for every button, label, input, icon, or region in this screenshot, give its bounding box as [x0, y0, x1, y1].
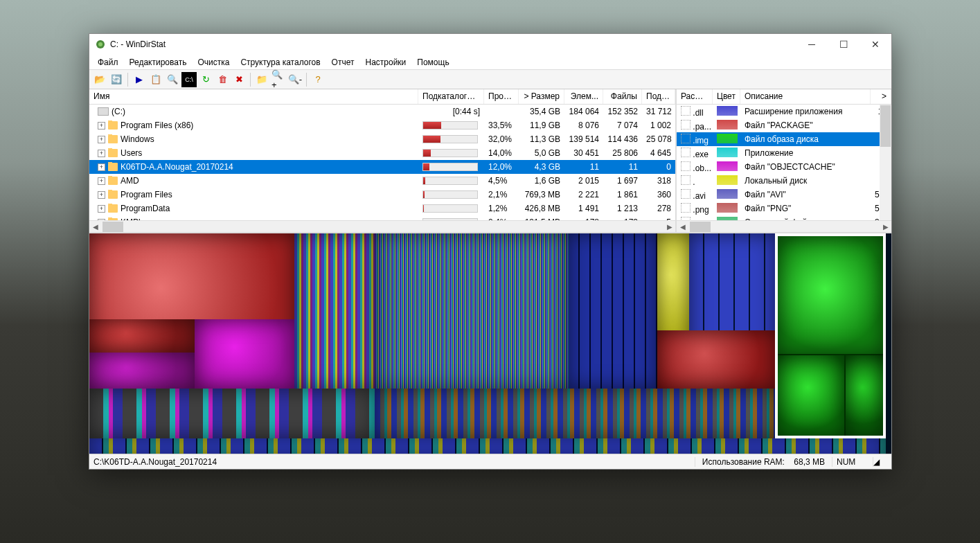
tree-row[interactable]: +ProgramData1,2%426,8 MB1 4911 213278 [89, 202, 675, 215]
refresh-icon[interactable]: ↻ [198, 72, 213, 87]
treemap-visualization[interactable] [89, 232, 891, 454]
zoom-out-icon[interactable]: 🔍- [287, 72, 303, 87]
tree-row[interactable]: +Users14,0%5,0 GB30 45125 8064 645 [89, 146, 675, 160]
tree-body[interactable]: (C:)[0:44 s]35,4 GB184 064152 35231 712+… [89, 105, 675, 220]
col-items[interactable]: Элем... [564, 89, 603, 104]
copy-icon[interactable]: 📋 [148, 72, 163, 87]
ext-cell: .exe [677, 148, 713, 159]
col-files[interactable]: Файлы [603, 89, 642, 104]
col-value[interactable]: > [871, 89, 891, 104]
zoom-in-icon[interactable]: 🔍+ [271, 72, 286, 87]
items-cell: 1 491 [564, 204, 603, 213]
row-label: Program Files [121, 190, 172, 199]
open-icon[interactable]: 📂 [92, 72, 107, 87]
color-swatch [717, 175, 738, 185]
horizontal-scrollbar[interactable]: ◀ ▶ [677, 220, 891, 232]
expander-icon[interactable]: + [98, 163, 105, 171]
expander-icon[interactable]: + [98, 150, 105, 157]
items-cell: 184 064 [564, 107, 603, 116]
file-icon [681, 203, 691, 213]
col-subdir[interactable]: Подкаталоги, % [418, 89, 484, 104]
extension-row[interactable]: .exeПриложение1 [677, 146, 891, 160]
help-icon[interactable]: ? [310, 72, 326, 87]
close-button[interactable]: ✕ [859, 34, 891, 55]
menu-options[interactable]: Настройки [359, 56, 411, 69]
console-icon[interactable]: C:\ [181, 72, 197, 87]
expander-icon[interactable]: + [98, 122, 105, 130]
col-pct[interactable]: Проц... [484, 89, 519, 104]
extension-row[interactable]: .aviФайл "AVI"515, [677, 188, 891, 202]
tree-row[interactable]: +KMPlayer0,4%131,5 MB1781735 [89, 215, 675, 220]
scroll-left-icon[interactable]: ◀ [677, 221, 688, 233]
tree-row[interactable]: +Program Files (x86)33,5%11,9 GB8 0767 0… [89, 118, 675, 132]
scroll-thumb[interactable] [103, 222, 123, 232]
row-label: ProgramData [121, 204, 170, 213]
col-name[interactable]: Имя [89, 89, 418, 104]
subdir-cell [418, 218, 484, 220]
size-cell: 426,8 MB [519, 204, 564, 213]
extension-row[interactable]: .pa...Файл "PACKAGE"8 [677, 118, 891, 132]
tree-row[interactable]: (C:)[0:44 s]35,4 GB184 064152 35231 712 [89, 105, 675, 118]
color-swatch [717, 203, 738, 213]
extension-row[interactable]: .imgФайл образа диска4 [677, 132, 891, 146]
size-cell: 769,3 MB [519, 190, 564, 199]
file-icon [681, 148, 691, 157]
menu-file[interactable]: Файл [92, 56, 124, 69]
horizontal-scrollbar[interactable]: ◀ ▶ [89, 220, 675, 232]
col-extension[interactable]: Расши... [677, 89, 713, 104]
expander-icon[interactable]: + [98, 177, 105, 185]
color-cell [713, 148, 740, 159]
vertical-scrollbar[interactable] [880, 105, 891, 220]
color-swatch [717, 106, 738, 116]
menu-help[interactable]: Помощь [411, 56, 454, 69]
drive-icon [98, 107, 109, 116]
delete-icon[interactable]: 🗑 [215, 72, 230, 87]
tree-row[interactable]: +Program Files2,1%769,3 MB2 2211 861360 [89, 188, 675, 202]
extension-row[interactable]: .sysСистемный файл396, [677, 215, 891, 220]
expander-icon[interactable]: + [98, 191, 105, 199]
extension-row[interactable]: .pngФайл "PNG"509, [677, 202, 891, 215]
expander-icon[interactable]: + [98, 205, 105, 213]
scroll-right-icon[interactable]: ▶ [663, 221, 675, 233]
cancel-icon[interactable]: ✖ [231, 72, 247, 87]
tree-row[interactable]: +K06TD-A.A.Nougat_2017021412,0%4,3 GB111… [89, 160, 675, 174]
col-subd[interactable]: Подка... [642, 89, 675, 104]
resize-grip-icon[interactable]: ◢ [873, 457, 887, 467]
ext-body[interactable]: .dllРасширение приложения10 .pa...Файл "… [677, 105, 891, 220]
menu-treemap[interactable]: Структура каталогов [235, 56, 326, 69]
col-description[interactable]: Описание [740, 89, 871, 104]
row-name-cell: +Program Files (x86) [89, 121, 418, 130]
row-label: Users [121, 148, 142, 158]
color-swatch [717, 120, 738, 130]
extension-pane: Расши... Цвет Описание > .dllРасширение … [677, 89, 891, 232]
scroll-thumb[interactable] [690, 222, 711, 232]
extension-row[interactable]: .ob...Файл "OBJECTCACHE"1 [677, 160, 891, 174]
minimize-button[interactable]: ─ [796, 34, 828, 55]
extension-row[interactable]: .dllРасширение приложения10 [677, 105, 891, 118]
menu-edit[interactable]: Редактировать [124, 56, 193, 69]
titlebar[interactable]: C: - WinDirStat ─ ☐ ✕ [89, 34, 891, 55]
menu-report[interactable]: Отчет [326, 56, 360, 69]
treemap-selection-highlight [775, 233, 886, 438]
col-color[interactable]: Цвет [713, 89, 740, 104]
desc-cell: Локальный диск [740, 176, 871, 186]
scroll-right-icon[interactable]: ▶ [880, 221, 891, 233]
col-size[interactable]: > Размер [519, 89, 564, 104]
maximize-button[interactable]: ☐ [828, 34, 859, 55]
play-icon[interactable]: ▶ [132, 72, 147, 87]
scroll-left-icon[interactable]: ◀ [89, 221, 101, 233]
menu-cleanup[interactable]: Очистка [192, 56, 235, 69]
subdir-cell [418, 204, 484, 213]
expander-icon[interactable]: + [98, 136, 105, 143]
folder-icon[interactable]: 📁 [254, 72, 269, 87]
scroll-thumb[interactable] [880, 105, 891, 147]
refresh-all-icon[interactable]: 🔄 [109, 72, 124, 87]
desc-cell: Файл "AVI" [740, 190, 871, 199]
tree-row[interactable]: +Windows32,0%11,3 GB139 514114 43625 078 [89, 132, 675, 146]
ram-value: 68,3 MB [794, 457, 825, 467]
tree-row[interactable]: +AMD4,5%1,6 GB2 0151 697318 [89, 174, 675, 188]
explorer-icon[interactable]: 🔍 [165, 72, 180, 87]
toolbar-separator [127, 73, 128, 87]
color-cell [713, 106, 740, 118]
extension-row[interactable]: .Локальный диск1 [677, 174, 891, 188]
